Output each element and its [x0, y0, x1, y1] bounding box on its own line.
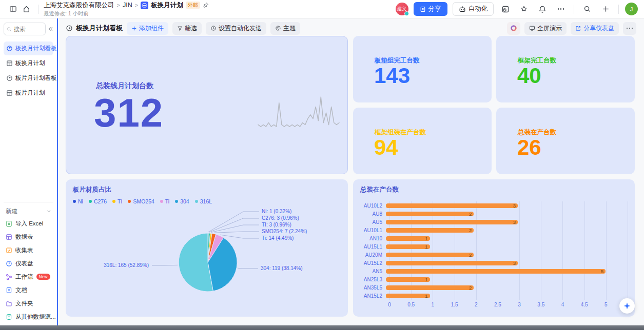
auto-send-button[interactable]: 设置自动化发送: [206, 22, 266, 35]
bar-row-AU10L1[interactable]: AU10L12: [360, 226, 628, 234]
sidebar-item-1[interactable]: 板换月计划: [4, 56, 53, 70]
bar[interactable]: [386, 212, 474, 216]
bar[interactable]: [386, 294, 430, 298]
bar-row-AN5[interactable]: AN55: [360, 267, 628, 275]
create-section-header[interactable]: 新建: [4, 205, 53, 217]
more-icon[interactable]: [554, 3, 568, 16]
legend-item-TI[interactable]: TI: [112, 198, 122, 204]
pin-icon[interactable]: [203, 2, 209, 8]
kpi-card[interactable]: 框架组装在产台数 94: [353, 108, 492, 174]
dashboard-more-icon[interactable]: [623, 22, 636, 35]
breadcrumb-current[interactable]: 板换月计划: [151, 1, 183, 10]
sidebar-item-0[interactable]: 板换月计划看板: [4, 42, 53, 55]
create-item-0[interactable]: 导入 Excel: [4, 217, 53, 230]
create-item-6[interactable]: 文件夹: [4, 297, 53, 310]
bar[interactable]: [386, 244, 430, 249]
kpi-card[interactable]: 总装在产台数 26: [496, 108, 635, 174]
bar-row-AN15L2[interactable]: AN15L21: [360, 292, 628, 300]
add-widget-button[interactable]: 添加组件: [127, 22, 168, 35]
bar-row-AU20M[interactable]: AU20M2: [360, 251, 628, 259]
bar-row-AU10L2[interactable]: AU10L23: [360, 201, 628, 210]
magic-theme-ring-icon[interactable]: [507, 22, 520, 35]
create-list: 导入 Excel数据表收集表仪表盘工作流New文档文件夹从其他数据源...: [4, 217, 53, 323]
filter-icon: [177, 26, 183, 31]
ai-assistant-button[interactable]: [619, 298, 635, 314]
search-input[interactable]: [4, 23, 46, 35]
kpi-card[interactable]: 框架完工台数 40: [496, 36, 635, 102]
breadcrumb-company[interactable]: 上海艾克森股份有限公司: [44, 1, 114, 10]
bar-chart-card[interactable]: 总装在产台数 AU10L23AU82AU53AU10L12AN101AU15L1…: [353, 179, 635, 317]
bar-value-label: 1: [425, 244, 430, 250]
share-dashboard-button[interactable]: 分享仪表盘: [571, 22, 619, 35]
bar-row-AU15L1[interactable]: AU15L11: [360, 242, 628, 251]
theme-button[interactable]: 主题: [270, 22, 300, 35]
kpi-card[interactable]: 板垫组完工台数 143: [353, 36, 492, 102]
legend-item-Ni[interactable]: Ni: [73, 198, 83, 204]
create-item-3[interactable]: 仪表盘: [4, 257, 53, 270]
sidebar-item-label: 板片月计划: [15, 89, 45, 97]
bar[interactable]: [386, 253, 474, 257]
bar[interactable]: [386, 203, 518, 208]
create-item-label: 文档: [15, 286, 27, 294]
create-item-7[interactable]: 从其他数据源...: [4, 310, 53, 323]
pie-chart-card[interactable]: 板片材质占比 NiC276TISMO254Ti304316L Ni: 1 (0.…: [66, 179, 348, 317]
bar[interactable]: [386, 269, 606, 274]
legend-item-Ti[interactable]: Ti: [160, 198, 169, 204]
dashboard-icon: [6, 260, 12, 267]
bar-row-AN35L5[interactable]: AN35L52: [360, 283, 628, 292]
workflow-icon: [6, 274, 12, 280]
share-button[interactable]: 分享: [414, 2, 447, 16]
history-icon[interactable]: [499, 3, 512, 16]
header-divider: [38, 5, 38, 14]
sidebar-item-2[interactable]: 板片月计划看板: [4, 71, 53, 85]
bar[interactable]: [386, 228, 474, 233]
legend-item-C276[interactable]: C276: [89, 198, 107, 204]
bar-row-AU8[interactable]: AU82: [360, 210, 628, 218]
x-tick-label: 4: [561, 302, 564, 307]
bar[interactable]: [386, 285, 474, 290]
user-avatar[interactable]: J: [625, 3, 638, 15]
bar-value-label: 1: [425, 277, 430, 282]
sidebar-item-label: 板换月计划看板: [15, 45, 57, 52]
create-item-1[interactable]: 数据表: [4, 230, 53, 243]
legend-dot: [175, 200, 178, 203]
excel-icon: [6, 220, 12, 227]
filter-button[interactable]: 筛选: [172, 22, 202, 35]
search-icon[interactable]: [580, 3, 594, 16]
sidebar-toggle-icon[interactable]: [6, 3, 19, 16]
legend-item-SMO254[interactable]: SMO254: [128, 198, 154, 204]
bar-category-label: AU10L1: [360, 228, 386, 233]
favorite-icon[interactable]: [517, 3, 531, 16]
bar[interactable]: [386, 236, 430, 241]
create-item-5[interactable]: 文档: [4, 283, 53, 297]
form-icon: [6, 247, 12, 254]
create-item-2[interactable]: 收集表: [4, 243, 53, 257]
collapse-sidebar-icon[interactable]: [48, 26, 53, 32]
share-arrow-icon: [575, 25, 581, 31]
monitor-icon: [529, 25, 535, 31]
bar[interactable]: [386, 277, 430, 282]
sidebar-item-3[interactable]: 板片月计划: [4, 86, 53, 100]
breadcrumb-folder[interactable]: JIN: [123, 2, 132, 9]
fullscreen-present-button[interactable]: 全屏演示: [524, 22, 567, 35]
bar-row-AN25L3[interactable]: AN25L31: [360, 275, 628, 283]
automation-button[interactable]: 自动化: [453, 2, 494, 16]
bar-category-label: AU5: [360, 219, 386, 225]
bell-icon[interactable]: [536, 3, 549, 16]
bar[interactable]: [386, 220, 518, 224]
collaborator-avatar[interactable]: 建义: [396, 3, 408, 15]
x-tick-label: 0.5: [407, 302, 415, 307]
sidebar-search-field[interactable]: [14, 26, 43, 32]
bar-row-AN10[interactable]: AN101: [360, 234, 628, 242]
plus-icon[interactable]: [599, 3, 612, 16]
bar[interactable]: [386, 261, 518, 265]
bar-row-AU15L2[interactable]: AU15L23: [360, 259, 628, 267]
kpi-card-total-plan[interactable]: 总装线月计划台数 312: [66, 36, 348, 174]
legend-item-316L[interactable]: 316L: [195, 198, 212, 204]
bar-value-label: 5: [601, 269, 606, 274]
bar-row-AU5[interactable]: AU53: [360, 218, 628, 226]
home-icon[interactable]: [19, 3, 33, 16]
legend-item-304[interactable]: 304: [175, 198, 189, 204]
pie-label-316L: 316L: 165 (52.89%): [104, 262, 149, 268]
create-item-4[interactable]: 工作流New: [4, 270, 53, 283]
